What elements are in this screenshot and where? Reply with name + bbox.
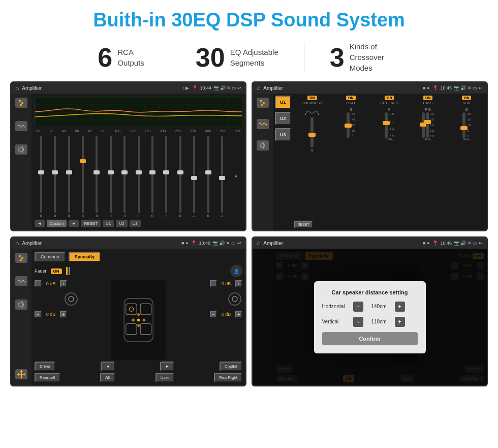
dialog-confirm-button[interactable]: Confirm xyxy=(322,332,418,345)
db-minus-fr[interactable]: − xyxy=(210,280,217,287)
eq-speaker-icon[interactable] xyxy=(15,144,27,155)
eq-slider-10[interactable]: 0 xyxy=(174,135,186,218)
eq-filter-icon[interactable] xyxy=(15,98,27,108)
eq-slider-7[interactable]: 0 xyxy=(132,135,145,218)
eq-reset-btn[interactable]: RESET xyxy=(81,220,101,227)
on-badge-loudness[interactable]: ON xyxy=(307,96,317,100)
eq-play-btn[interactable]: ► xyxy=(69,220,79,227)
crossover-u3-btn[interactable]: U3 xyxy=(275,128,291,141)
sub-slider[interactable] xyxy=(462,112,465,138)
dialog-vertical-minus[interactable]: − xyxy=(353,317,363,327)
eq-slider-12[interactable]: 0 xyxy=(202,135,214,218)
eq-slider-5[interactable]: 0 xyxy=(104,135,117,218)
crossover-reset-btn[interactable]: RESET xyxy=(294,221,313,228)
db-minus-rl[interactable]: − xyxy=(35,311,42,318)
fader-btn-nav-right[interactable]: ► xyxy=(160,362,174,371)
eq-wave-icon[interactable] xyxy=(15,121,27,131)
cutfreq-slider[interactable] xyxy=(385,112,388,138)
on-badge-phat[interactable]: ON xyxy=(346,96,356,100)
svg-point-23 xyxy=(65,293,77,305)
eq-slider-11[interactable]: -1 xyxy=(188,135,200,218)
svg-rect-29 xyxy=(140,323,151,334)
fader-btn-user[interactable]: User xyxy=(155,373,174,382)
screen3-title: Amplifier xyxy=(22,241,178,246)
dialog-horizontal-minus[interactable]: − xyxy=(353,302,363,312)
dialog-vertical-plus[interactable]: + xyxy=(395,317,405,327)
stat-number-crossover: 3 xyxy=(330,44,345,71)
crossover-sidebar xyxy=(253,94,273,230)
bass-slider-g[interactable] xyxy=(426,112,429,138)
svg-point-19 xyxy=(19,255,21,257)
eq-slider-2[interactable]: 0 xyxy=(63,135,75,218)
fader-arrows-icon[interactable] xyxy=(15,369,27,379)
phat-slider-g[interactable] xyxy=(347,112,350,138)
on-badge-cutfreq[interactable]: ON xyxy=(385,96,394,100)
crossover-speaker-icon[interactable] xyxy=(257,140,269,151)
fader-tab-specialty[interactable]: Specialty xyxy=(69,252,101,262)
fader-btn-copilot[interactable]: Copilot xyxy=(220,362,242,371)
db-minus-rr[interactable]: − xyxy=(210,311,217,318)
ctrl-label-loudness: LOUDNESS xyxy=(302,101,322,105)
screen1-title: Amplifier xyxy=(22,85,179,91)
eq-slider-6[interactable]: 0 xyxy=(118,135,131,218)
svg-point-14 xyxy=(261,104,263,106)
fader-btn-rearleft[interactable]: RearLeft xyxy=(35,373,60,382)
on-badge-bass[interactable]: ON xyxy=(423,96,433,100)
screen2-title: Amplifier xyxy=(263,85,420,91)
eq-slider-expand[interactable]: » xyxy=(230,135,242,218)
on-badge-sub[interactable]: ON xyxy=(462,96,472,100)
eq-main-area: 253240506380100125160200250320400500630 … xyxy=(11,94,245,230)
dots-icon-4: ■ ● xyxy=(423,241,429,246)
eq-slider-0[interactable]: 0 xyxy=(35,135,47,218)
stat-rca: 6 RCA Outputs xyxy=(72,44,169,71)
fader-wave-icon[interactable] xyxy=(15,276,27,286)
crossover-u2-btn[interactable]: U2 xyxy=(275,112,291,125)
loudness-slider[interactable] xyxy=(294,117,331,147)
fader-btn-driver[interactable]: Driver xyxy=(35,362,55,371)
eq-u3-btn[interactable]: U3 xyxy=(130,220,141,227)
fader-left-controls: − 0 dB + − 0 dB + xyxy=(35,280,107,360)
crossover-filter-icon[interactable] xyxy=(257,98,269,108)
eq-slider-13[interactable]: -1 xyxy=(215,135,228,218)
status-right-1: 📍 10:44 📷 🔊 ✕ ▭ ↩ xyxy=(192,85,241,91)
eq-u1-btn[interactable]: U1 xyxy=(103,220,114,227)
fader-btn-nav-left[interactable]: ◄ xyxy=(101,362,115,371)
eq-bottom-bar: ◄ Custom ► RESET U1 U2 U3 xyxy=(35,220,242,227)
crossover-u1-btn[interactable]: U1 xyxy=(275,96,291,109)
eq-slider-3[interactable]: 5 xyxy=(76,135,89,218)
fader-tabs: Common Specialty xyxy=(35,252,242,262)
fader-label: Fader xyxy=(35,268,47,274)
db-control-fr: − 0 dB + xyxy=(210,280,242,287)
fader-tab-common[interactable]: Common xyxy=(35,252,66,262)
db-control-rr: − 0 dB + xyxy=(210,311,242,318)
eq-slider-8[interactable]: 0 xyxy=(146,135,159,218)
dialog-horizontal-plus[interactable]: + xyxy=(395,302,405,312)
status-right-4: 📍 10:46 📷 🔊 ✕ ▭ ↩ xyxy=(432,241,483,246)
db-plus-rl[interactable]: + xyxy=(60,311,67,318)
eq-slider-4[interactable]: 0 xyxy=(90,135,103,218)
status-bar-3: ⌂ Amplifier ■ ● 📍 10:46 📷 🔊 ✕ ▭ ↩ xyxy=(11,237,245,249)
crossover-wave-icon[interactable] xyxy=(257,119,269,129)
dialog-row-vertical: Vertical − 110cm + xyxy=(322,317,418,327)
svg-rect-27 xyxy=(140,304,151,314)
db-minus-fl[interactable]: − xyxy=(35,280,42,287)
svg-point-30 xyxy=(129,307,134,311)
fader-filter-icon[interactable] xyxy=(15,253,27,263)
eq-slider-1[interactable]: 0 xyxy=(48,135,61,218)
eq-custom-btn[interactable]: Custom xyxy=(47,220,67,227)
bass-slider-f[interactable] xyxy=(422,112,425,138)
fader-main-area: Common Specialty Fader ON 👤 xyxy=(11,249,245,385)
db-plus-fl[interactable]: + xyxy=(60,280,67,287)
fader-btn-all[interactable]: All xyxy=(100,373,115,382)
eq-u2-btn[interactable]: U2 xyxy=(116,220,127,227)
eq-prev-btn[interactable]: ◄ xyxy=(35,220,45,227)
fader-on-badge[interactable]: ON xyxy=(51,268,62,274)
fader-speaker-icon[interactable] xyxy=(15,300,27,310)
fader-btn-rearright[interactable]: RearRight xyxy=(214,373,242,382)
db-plus-rr[interactable]: + xyxy=(235,311,242,318)
eq-slider-9[interactable]: 0 xyxy=(160,135,173,218)
svg-marker-15 xyxy=(260,142,264,148)
ctrl-bass: ON BASS F G 3.02 xyxy=(410,96,446,219)
ctrl-loudness: ON LOUDNESS 0 xyxy=(294,96,331,219)
db-plus-fr[interactable]: + xyxy=(235,280,242,287)
